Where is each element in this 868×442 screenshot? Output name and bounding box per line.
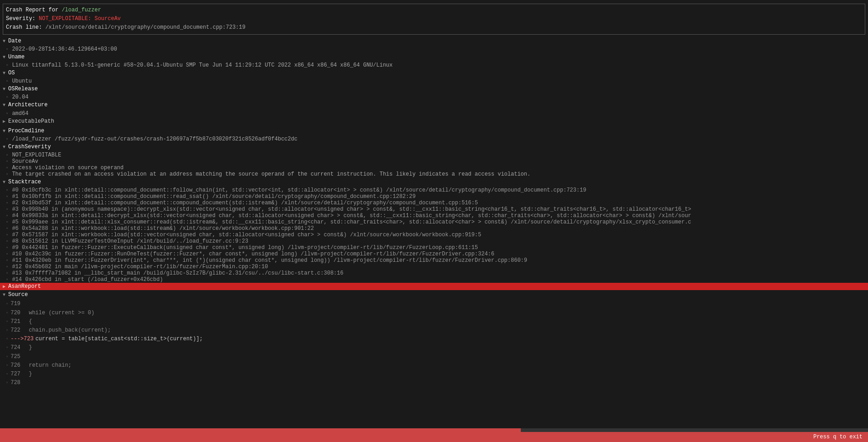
section-date: Date (0, 36, 868, 46)
crashseverity-header[interactable]: CrashSeverity (3, 144, 51, 150)
section-source: Source (0, 290, 868, 300)
source-header[interactable]: Source (3, 291, 28, 298)
list-item: #13 0x7ffff7a71082 in __libc_start_main … (0, 270, 861, 276)
list-item: NOT_EXPLOITABLE (0, 152, 868, 158)
bottom-bar: Press q to exit (0, 432, 868, 442)
list-item: ◦ 719 (0, 300, 868, 308)
list-item: ◦ 722 chain.push_back(current); (0, 326, 868, 335)
list-item: #12 0x45b682 in main /llvm-project/compi… (0, 264, 861, 270)
crash-report-path: /load_fuzzer (62, 7, 101, 13)
list-item: ◦ 727 } (0, 370, 868, 379)
section-crashseverity: CrashSeverity (0, 142, 868, 152)
section-executablepath: ExecutablePath (0, 117, 868, 126)
crash-line-value: /xlnt/source/detail/cryptography/compoun… (45, 24, 245, 31)
section-proccmdline: ProcCmdline (0, 126, 868, 136)
osrelease-header[interactable]: OSRelease (3, 86, 38, 92)
executablepath-header[interactable]: ExecutablePath (3, 118, 54, 125)
list-item: ◦ 728 (0, 379, 868, 387)
architecture-value: amd64 (0, 110, 868, 117)
date-value: 2022-09-28T14:36:46.129664+03:00 (0, 46, 868, 52)
section-osrelease: OSRelease (0, 84, 868, 94)
list-item: #9 0x442481 in fuzzer::Fuzzer::ExecuteCa… (0, 244, 861, 251)
list-item: #1 0x10bf1fb in xlnt::detail::compound_d… (0, 193, 861, 200)
proccmdline-value: /load_fuzzer /fuzz/sydr-fuzz-out/crashes… (0, 136, 868, 142)
asanreport-header[interactable]: AsanReport (0, 283, 868, 290)
os-value: Ubuntu (0, 78, 868, 84)
list-item: SourceAv (0, 158, 868, 165)
proccmdline-header[interactable]: ProcCmdline (3, 128, 44, 134)
source-items: ◦ 719◦ 720 while (current >= 0)◦ 721 {◦ … (0, 300, 868, 387)
list-item: #7 0x571587 in xlnt::workbook::load(std:… (0, 232, 861, 238)
crashseverity-items: NOT_EXPLOITABLESourceAvAccess violation … (0, 152, 868, 177)
list-item: #8 0x515612 in LLVMFuzzerTestOneInput /x… (0, 238, 861, 244)
uname-header[interactable]: Uname (3, 54, 25, 60)
list-item: ◦ 725 (0, 353, 868, 361)
list-item: Access violation on source operand (0, 165, 868, 171)
list-item: #11 0x4320eb in fuzzer::FuzzerDriver(int… (0, 257, 861, 264)
severity-value: NOT_EXPLOITABLE: SourceAv (39, 16, 121, 22)
os-header[interactable]: OS (3, 70, 15, 76)
severity-label: Severity: (6, 16, 39, 22)
list-item: The target crashed on an access violatio… (0, 171, 868, 177)
list-item: #0 0x10cfb3c in xlnt::detail::compound_d… (0, 187, 861, 193)
list-item: #6 0x54a288 in xlnt::workbook::load(std:… (0, 225, 861, 232)
date-header[interactable]: Date (3, 38, 21, 44)
list-item: ◦ 724 } (0, 343, 868, 352)
list-item: #14 0x426cbd in _start (/load_fuzzer+0x4… (0, 276, 861, 283)
section-architecture: Architecture (0, 100, 868, 110)
header-line-1: Crash Report for /load_fuzzer (6, 6, 862, 15)
crash-line-label: Crash line: (6, 24, 45, 31)
scrollbar-track (0, 428, 868, 432)
uname-value: Linux titanfall 5.13.0-51-generic #58~20… (0, 62, 868, 68)
scrollbar-area[interactable] (0, 428, 868, 432)
osrelease-value: 20.04 (0, 94, 868, 100)
list-item: #4 0x99833a in xlnt::detail::decrypt_xls… (0, 213, 861, 219)
list-item: #2 0x10bd53f in xlnt::detail::compound_d… (0, 200, 861, 206)
scrollbar-thumb[interactable] (0, 428, 521, 432)
header-line-3: Crash line: /xlnt/source/detail/cryptogr… (6, 23, 862, 32)
section-uname: Uname (0, 52, 868, 62)
stacktrace-items: #0 0x10cfb3c in xlnt::detail::compound_d… (0, 187, 868, 283)
section-os: OS (0, 68, 868, 78)
list-item: ◦ --->723 current = table[static_cast<st… (0, 335, 868, 343)
section-stacktrace: Stacktrace (0, 177, 868, 187)
main-content: Crash Report for /load_fuzzer Severity: … (0, 0, 868, 428)
crash-report-label: Crash Report for (6, 7, 62, 13)
header-box: Crash Report for /load_fuzzer Severity: … (3, 4, 865, 35)
list-item: #3 0x998b40 in (anonymous namespace)::de… (0, 206, 861, 213)
list-item: ◦ 726 return chain; (0, 361, 868, 370)
list-item: ◦ 720 while (current >= 0) (0, 309, 868, 317)
press-q-text: Press q to exit (813, 434, 863, 440)
list-item: #5 0x999aee in xlnt::detail::xlsx_consum… (0, 219, 861, 225)
list-item: ◦ 721 { (0, 317, 868, 326)
header-line-2: Severity: NOT_EXPLOITABLE: SourceAv (6, 15, 862, 23)
architecture-header[interactable]: Architecture (3, 102, 47, 108)
list-item: #10 0x42c39c in fuzzer::Fuzzer::RunOneTe… (0, 251, 861, 257)
stacktrace-header[interactable]: Stacktrace (3, 179, 41, 185)
